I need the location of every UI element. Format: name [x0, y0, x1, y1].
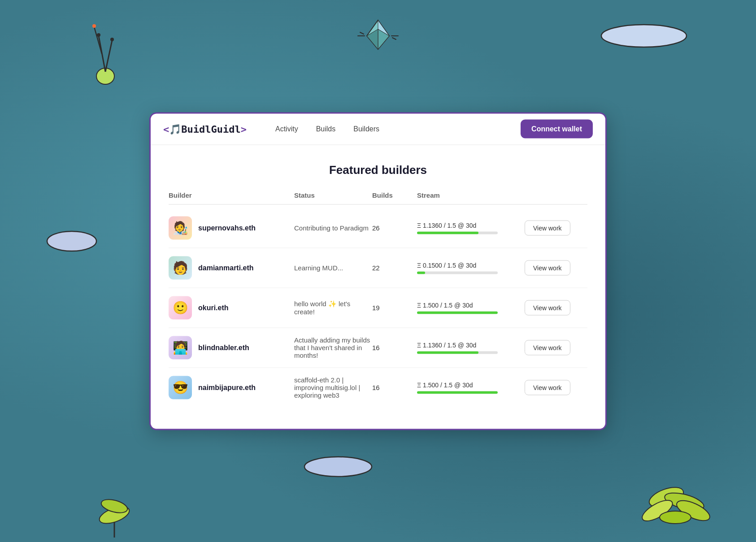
svg-point-5 — [97, 33, 100, 37]
stream-bar-bg-4 — [417, 391, 498, 394]
table-body: 🧑‍🎨 supernovahs.eth Contributing to Para… — [169, 208, 587, 407]
builder-name-3: blindnabler.eth — [198, 343, 249, 351]
builder-name-1: damianmarti.eth — [198, 264, 254, 272]
svg-line-3 — [94, 27, 102, 54]
connect-wallet-button[interactable]: Connect wallet — [521, 120, 593, 139]
main-content: Featured builders Builder Status Builds … — [151, 145, 605, 429]
builder-cell-3: 🧑‍💻 blindnabler.eth — [169, 336, 294, 359]
svg-line-13 — [360, 32, 364, 34]
col-actions — [525, 191, 587, 199]
avatar-3: 🧑‍💻 — [169, 336, 192, 359]
nav-builders[interactable]: Builders — [346, 121, 387, 137]
stream-cell-3: Ξ 1.1360 / 1.5 @ 30d — [417, 341, 525, 354]
stream-cell-2: Ξ 1.500 / 1.5 @ 30d — [417, 301, 525, 314]
stream-bar-bg-1 — [417, 271, 498, 274]
svg-marker-9 — [378, 29, 389, 49]
stream-text-2: Ξ 1.500 / 1.5 @ 30d — [417, 301, 525, 308]
svg-point-18 — [647, 483, 686, 511]
svg-point-0 — [96, 68, 114, 84]
svg-marker-10 — [367, 29, 378, 49]
nav-links: Activity Builds Builders — [268, 121, 506, 137]
stream-bar-bg-0 — [417, 231, 498, 234]
status-cell-2: hello world ✨ let's create! — [294, 300, 372, 316]
view-work-cell-4: View work — [525, 380, 587, 395]
table-row: 🙂 okuri.eth hello world ✨ let's create! … — [169, 288, 587, 328]
stream-bar-bg-3 — [417, 351, 498, 354]
view-work-cell-3: View work — [525, 340, 587, 355]
stream-bar-fill-1 — [417, 271, 425, 274]
view-work-button-4[interactable]: View work — [525, 380, 570, 395]
status-cell-0: Contributing to Paradigm — [294, 224, 372, 232]
svg-point-4 — [92, 24, 96, 28]
view-work-button-1[interactable]: View work — [525, 260, 570, 275]
view-work-cell-2: View work — [525, 300, 587, 315]
nav-activity[interactable]: Activity — [268, 121, 305, 137]
builds-cell-4: 16 — [372, 384, 417, 391]
stream-cell-1: Ξ 0.1500 / 1.5 @ 30d — [417, 261, 525, 274]
avatar-0: 🧑‍🎨 — [169, 216, 192, 239]
svg-line-14 — [392, 38, 396, 39]
svg-point-17 — [304, 457, 372, 477]
nav-builds[interactable]: Builds — [309, 121, 343, 137]
svg-point-19 — [663, 490, 705, 514]
view-work-button-2[interactable]: View work — [525, 300, 570, 315]
table-row: 🧑 damianmarti.eth Learning MUD... 22 Ξ 0… — [169, 248, 587, 288]
builder-cell-4: 😎 naimbijapure.eth — [169, 376, 294, 399]
logo[interactable]: <🎵BuidlGuidl> — [163, 123, 247, 134]
logo-name: BuidlGuidl — [181, 123, 240, 134]
avatar-2: 🙂 — [169, 296, 192, 319]
table-row: 😎 naimbijapure.eth scaffold-eth 2.0 | im… — [169, 368, 587, 407]
view-work-button-3[interactable]: View work — [525, 340, 570, 355]
logo-bracket-close: > — [241, 123, 247, 134]
avatar-4: 😎 — [169, 376, 192, 399]
builds-cell-3: 16 — [372, 344, 417, 351]
builder-cell-2: 🙂 okuri.eth — [169, 296, 294, 319]
avatar-1: 🧑 — [169, 256, 192, 279]
svg-point-6 — [110, 38, 114, 41]
status-cell-4: scaffold-eth 2.0 | improving multisig.lo… — [294, 376, 372, 399]
col-status: Status — [294, 191, 372, 199]
stream-bar-fill-0 — [417, 231, 478, 234]
builds-cell-2: 19 — [372, 304, 417, 312]
view-work-button-0[interactable]: View work — [525, 220, 570, 235]
svg-point-15 — [601, 25, 686, 47]
stream-text-1: Ξ 0.1500 / 1.5 @ 30d — [417, 261, 525, 269]
status-cell-1: Learning MUD... — [294, 264, 372, 272]
col-stream: Stream — [417, 191, 525, 199]
builder-cell-0: 🧑‍🎨 supernovahs.eth — [169, 216, 294, 239]
svg-point-22 — [660, 511, 691, 524]
view-work-cell-1: View work — [525, 260, 587, 275]
status-cell-3: Actually adding my builds that I haven't… — [294, 336, 372, 359]
view-work-cell-0: View work — [525, 220, 587, 235]
svg-point-16 — [47, 231, 96, 251]
page-title: Featured builders — [169, 163, 587, 177]
stream-bar-fill-2 — [417, 311, 498, 314]
builder-name-4: naimbijapure.eth — [198, 383, 256, 391]
stream-cell-4: Ξ 1.500 / 1.5 @ 30d — [417, 381, 525, 394]
builds-cell-1: 22 — [372, 264, 417, 272]
main-card: <🎵BuidlGuidl> Activity Builds Builders C… — [149, 112, 607, 430]
stream-cell-0: Ξ 1.1360 / 1.5 @ 30d — [417, 221, 525, 234]
stream-bar-bg-2 — [417, 311, 498, 314]
stream-text-4: Ξ 1.500 / 1.5 @ 30d — [417, 381, 525, 388]
logo-icon: 🎵 — [169, 123, 181, 134]
svg-point-24 — [97, 503, 131, 527]
logo-bracket-open: < — [163, 123, 169, 134]
svg-marker-7 — [367, 20, 389, 49]
table-row: 🧑‍💻 blindnabler.eth Actually adding my b… — [169, 328, 587, 368]
table-row: 🧑‍🎨 supernovahs.eth Contributing to Para… — [169, 208, 587, 248]
svg-marker-8 — [378, 20, 389, 36]
builder-name-2: okuri.eth — [198, 304, 229, 312]
navbar: <🎵BuidlGuidl> Activity Builds Builders C… — [151, 113, 605, 145]
builder-name-0: supernovahs.eth — [198, 224, 256, 232]
svg-line-2 — [105, 40, 112, 72]
builder-cell-1: 🧑 damianmarti.eth — [169, 256, 294, 279]
stream-text-3: Ξ 1.1360 / 1.5 @ 30d — [417, 341, 525, 348]
table-header: Builder Status Builds Stream — [169, 191, 587, 204]
svg-point-21 — [674, 497, 713, 525]
svg-point-20 — [639, 496, 676, 525]
stream-bar-fill-3 — [417, 351, 478, 354]
col-builds: Builds — [372, 191, 417, 199]
builders-table: Builder Status Builds Stream 🧑‍🎨 superno… — [169, 191, 587, 407]
stream-text-0: Ξ 1.1360 / 1.5 @ 30d — [417, 221, 525, 229]
